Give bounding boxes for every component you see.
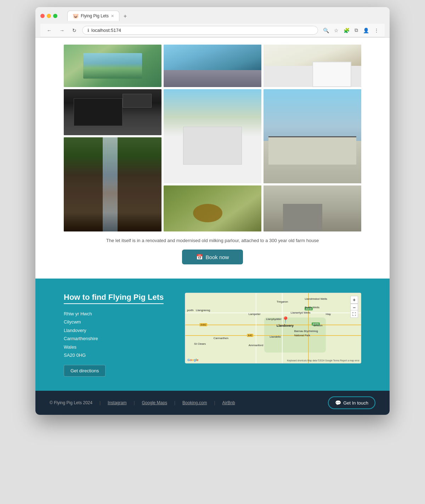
footer-separator-1: | [100,400,101,405]
footer-airbnb-link[interactable]: AirBnb [222,400,235,405]
whatsapp-icon: 💬 [335,400,341,406]
map-attribution: Keyboard shortcuts Map data ©2024 Google… [287,359,359,362]
menu-icon[interactable]: ⋮ [373,27,380,34]
footer-left: © Flying Pig Lets 2024 | Instagram | Goo… [50,400,235,405]
map-background: A482 A40 A470 A470 Llandrindod Wells Tre… [185,293,361,363]
gallery-image-4[interactable] [64,89,162,135]
address-bar[interactable]: ℹ localhost:5174 [82,26,318,35]
book-now-button[interactable]: 📅 Book now [182,250,243,264]
address-line-2: Cilycwm [64,318,164,326]
security-icon: ℹ [87,28,89,33]
bookmark-icon[interactable]: ☆ [333,27,340,34]
footer-separator-4: | [214,400,215,405]
gallery-image-6[interactable] [264,89,361,183]
split-view-icon[interactable]: ⧉ [353,27,359,34]
footer-instagram-link[interactable]: Instagram [108,400,126,405]
browser-chrome: 🐷 Flying Pig Lets ✕ + ← → ↻ ℹ localhost:… [35,7,390,38]
traffic-lights [40,14,57,18]
gallery-image-7[interactable] [64,137,162,231]
close-window-button[interactable] [40,14,45,18]
gallery-image-5[interactable] [164,89,261,183]
address-line-4: Carmarthenshire [64,334,164,343]
location-heading: How to find Flying Pig Lets [64,293,164,304]
page-content: The let itself is in a renovated and mod… [35,38,390,415]
location-info: How to find Flying Pig Lets Rhiw yr Hwch… [64,293,164,377]
address-line-5: Wales [64,343,164,351]
url-text: localhost:5174 [91,28,121,33]
address-line-6: SA20 0HG [64,351,164,359]
gallery-section: The let itself is in a renovated and mod… [35,38,390,279]
back-button[interactable]: ← [45,27,54,34]
gallery-caption: The let itself is in a renovated and mod… [64,238,361,243]
address-line-1: Rhiw yr Hwch [64,310,164,318]
gallery-image-2[interactable] [164,45,261,87]
map-pin: 📍 [282,316,289,324]
new-tab-button[interactable]: + [121,12,130,21]
profile-icon[interactable]: 👤 [362,27,370,34]
tab-title: Flying Pig Lets [81,13,109,18]
book-now-label: Book now [206,254,229,260]
search-icon[interactable]: 🔍 [322,27,330,34]
forward-button[interactable]: → [57,27,67,34]
maximize-window-button[interactable] [53,14,57,18]
footer-copyright: © Flying Pig Lets 2024 [50,400,92,405]
book-now-container: 📅 Book now [64,250,361,264]
minimize-window-button[interactable] [47,14,51,18]
google-logo: Google [187,358,198,362]
reload-button[interactable]: ↻ [70,27,79,34]
gallery-image-9[interactable] [264,185,361,231]
get-in-touch-button[interactable]: 💬 Get In touch [328,396,375,409]
calendar-icon: 📅 [196,254,203,260]
photo-grid [64,45,361,234]
map-fullscreen-button[interactable]: ⛶ [350,310,358,318]
footer: © Flying Pig Lets 2024 | Instagram | Goo… [35,391,390,415]
location-section: How to find Flying Pig Lets Rhiw yr Hwch… [35,279,390,391]
address-line-3: Llandovery [64,326,164,334]
active-tab[interactable]: 🐷 Flying Pig Lets ✕ [67,11,119,21]
gallery-image-8[interactable] [164,185,261,231]
get-in-touch-label: Get In touch [343,400,368,406]
location-address: Rhiw yr Hwch Cilycwm Llandovery Carmarth… [64,310,164,359]
directions-button[interactable]: Get directions [64,365,106,377]
footer-separator-3: | [174,400,175,405]
nav-icons: 🔍 ☆ 🧩 ⧉ 👤 ⋮ [322,27,380,34]
extensions-icon[interactable]: 🧩 [342,27,351,34]
gallery-image-3[interactable] [264,45,361,87]
gallery-image-1[interactable] [64,45,162,87]
browser-window: 🐷 Flying Pig Lets ✕ + ← → ↻ ℹ localhost:… [35,7,390,415]
map-container[interactable]: A482 A40 A470 A470 Llandrindod Wells Tre… [185,293,361,363]
footer-google-maps-link[interactable]: Google Maps [142,400,167,405]
nav-bar: ← → ↻ ℹ localhost:5174 🔍 ☆ 🧩 ⧉ 👤 ⋮ [40,24,385,37]
tab-favicon-icon: 🐷 [73,13,79,19]
browser-controls: 🐷 Flying Pig Lets ✕ + [40,11,385,21]
footer-booking-link[interactable]: Booking.com [182,400,207,405]
tab-close-icon[interactable]: ✕ [111,14,114,18]
map-zoom-in-button[interactable]: + [350,296,358,304]
footer-separator-2: | [134,400,135,405]
tab-bar: 🐷 Flying Pig Lets ✕ + [67,11,385,21]
